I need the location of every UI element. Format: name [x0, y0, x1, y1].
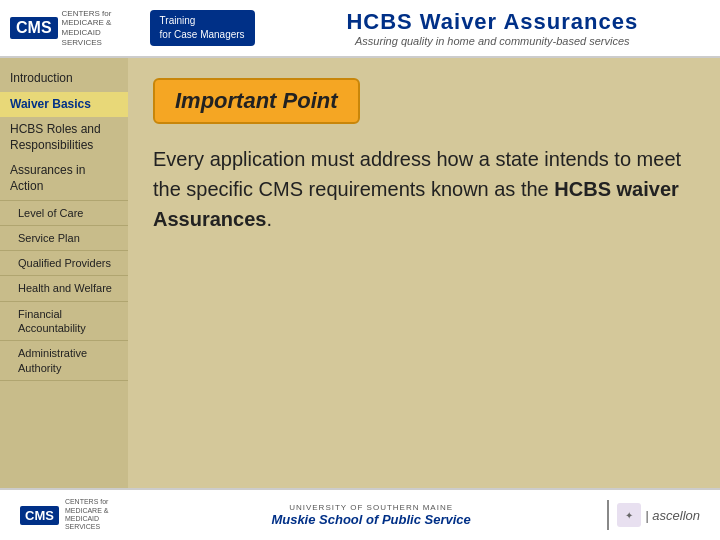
sidebar-item-hcbs-roles[interactable]: HCBS Roles and Responsibilities [0, 117, 128, 158]
main-text: Every application must address how a sta… [153, 144, 695, 234]
sidebar-item-level-of-care[interactable]: Level of Care [0, 200, 128, 225]
ascellon-text: | ascellon [645, 508, 700, 523]
header-left: CMS CENTERS for MEDICARE & MEDICAID SERV… [10, 9, 255, 47]
cms-logo: CMS CENTERS for MEDICARE & MEDICAID SERV… [10, 9, 142, 47]
content-area: Important Point Every application must a… [128, 58, 720, 488]
sidebar: Introduction Waiver Basics HCBS Roles an… [0, 58, 128, 488]
ascellon-logo: ✦ | ascellon [617, 503, 700, 527]
footer-center: UNIVERSITY OF SOUTHERN MAINE Muskie Scho… [271, 503, 470, 527]
main-text-end: . [266, 208, 272, 230]
sidebar-item-assurances[interactable]: Assurances in Action [0, 158, 128, 199]
sidebar-item-service-plan[interactable]: Service Plan [0, 225, 128, 250]
training-label: Training [160, 14, 245, 28]
footer-separator [607, 500, 609, 530]
sidebar-item-waiver-basics[interactable]: Waiver Basics [0, 92, 128, 118]
footer-left: CMS CENTERS for MEDICARE & MEDICAID SERV… [20, 498, 135, 532]
hcbs-title: HCBS Waiver Assurances [275, 9, 710, 35]
important-point-banner: Important Point [153, 78, 360, 124]
training-sub: for Case Managers [160, 28, 245, 42]
sidebar-item-health-welfare[interactable]: Health and Welfare [0, 275, 128, 300]
sidebar-item-financial[interactable]: Financial Accountability [0, 301, 128, 341]
main-layout: Introduction Waiver Basics HCBS Roles an… [0, 58, 720, 488]
footer-cms-logo: CMS [20, 506, 59, 525]
training-box: Training for Case Managers [150, 10, 255, 46]
sidebar-item-introduction[interactable]: Introduction [0, 66, 128, 92]
sidebar-item-admin-authority[interactable]: Administrative Authority [0, 340, 128, 381]
ascellon-icon: ✦ [617, 503, 641, 527]
footer-cms-subtitle: CENTERS for MEDICARE & MEDICAID SERVICES [65, 498, 135, 532]
sidebar-item-qualified-providers[interactable]: Qualified Providers [0, 250, 128, 275]
footer-university: UNIVERSITY OF SOUTHERN MAINE [271, 503, 470, 512]
header-right: HCBS Waiver Assurances Assuring quality … [255, 9, 710, 47]
header: CMS CENTERS for MEDICARE & MEDICAID SERV… [0, 0, 720, 58]
hcbs-subtitle: Assuring quality in home and community-b… [275, 35, 710, 47]
footer-right: ✦ | ascellon [607, 500, 700, 530]
footer-muskie: Muskie School of Public Service [271, 512, 470, 527]
footer: CMS CENTERS for MEDICARE & MEDICAID SERV… [0, 488, 720, 540]
banner-text: Important Point [175, 88, 338, 113]
cms-logo-subtitle: CENTERS for MEDICARE & MEDICAID SERVICES [62, 9, 142, 47]
cms-logo-box: CMS [10, 17, 58, 39]
